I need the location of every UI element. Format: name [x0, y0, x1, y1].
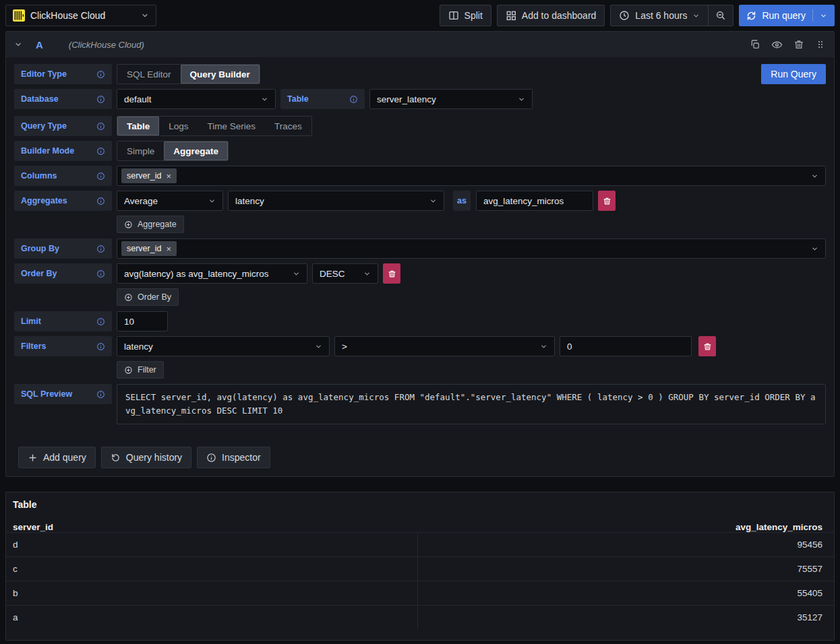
aggregate-column-select[interactable]: latency	[228, 191, 444, 211]
drag-handle-icon[interactable]	[815, 39, 826, 50]
column-header-avg-latency-micros[interactable]: avg_latency_micros	[418, 522, 835, 532]
zoom-out-time-button[interactable]	[709, 5, 733, 26]
query-type-time-series-option[interactable]: Time Series	[198, 117, 266, 135]
run-query-button[interactable]: Run query	[739, 5, 835, 26]
limit-label: Limit	[21, 317, 41, 326]
limit-input[interactable]: 10	[117, 311, 168, 331]
table-select[interactable]: server_latency	[369, 89, 533, 109]
simple-mode-option[interactable]: Simple	[117, 141, 164, 160]
filter-operator-select[interactable]: >	[334, 336, 555, 356]
query-type-traces-option[interactable]: Traces	[265, 117, 311, 135]
add-query-label: Add query	[43, 452, 86, 463]
info-icon[interactable]	[96, 245, 105, 253]
database-label: Database	[21, 94, 59, 104]
remove-order-by-button[interactable]	[383, 263, 400, 284]
search-minus-icon	[715, 10, 726, 21]
panel-run-query-button[interactable]: Run Query	[761, 64, 826, 84]
inspector-button[interactable]: Inspector	[197, 447, 270, 468]
query-ref-id[interactable]: A	[36, 39, 43, 51]
time-range-button[interactable]: Last 6 hours	[611, 5, 708, 26]
columns-label-box: Columns	[14, 166, 112, 186]
explore-toolbar: ClickHouse Cloud Split Add to dashboard …	[0, 0, 840, 31]
table-label-box: Table	[280, 89, 365, 109]
chevron-down-icon	[315, 343, 322, 350]
filter-value-input[interactable]: 0	[560, 336, 692, 356]
toggle-visibility-eye-icon[interactable]	[771, 39, 783, 51]
split-button[interactable]: Split	[440, 5, 491, 26]
columns-multiselect[interactable]: server_id ×	[117, 166, 826, 186]
order-by-direction-select[interactable]: DESC	[312, 263, 378, 284]
info-icon[interactable]	[96, 70, 105, 79]
info-icon[interactable]	[96, 317, 105, 326]
add-filter-row: Filter	[117, 361, 826, 379]
remove-chip-icon[interactable]: ×	[166, 172, 171, 181]
plus-circle-icon	[124, 293, 133, 302]
add-order-by-row: Order By	[117, 288, 826, 306]
order-by-field-select[interactable]: avg(latency) as avg_latency_micros	[117, 263, 307, 284]
query-history-button[interactable]: Query history	[101, 447, 191, 468]
query-type-table-option[interactable]: Table	[117, 117, 159, 135]
chevron-down-icon	[811, 245, 818, 253]
duplicate-query-icon[interactable]	[750, 39, 760, 50]
info-icon[interactable]	[96, 269, 105, 278]
builder-mode-toggle: Simple Aggregate	[117, 141, 229, 161]
results-table-panel: Table server_id avg_latency_micros d 954…	[5, 492, 835, 641]
add-aggregate-label: Aggregate	[138, 220, 177, 229]
aggregate-function-select[interactable]: Average	[117, 191, 223, 211]
database-select[interactable]: default	[117, 89, 276, 109]
aggregate-alias-input[interactable]: avg_latency_micros	[476, 191, 593, 211]
chevron-down-icon	[208, 197, 216, 205]
query-type-toggle: Table Logs Time Series Traces	[117, 116, 312, 136]
columns-chip-server-id: server_id ×	[121, 168, 177, 183]
add-filter-button[interactable]: Filter	[117, 361, 164, 379]
info-icon[interactable]	[96, 122, 105, 131]
builder-mode-label-box: Builder Mode	[14, 141, 112, 161]
plus-icon	[28, 453, 38, 463]
info-icon[interactable]	[96, 95, 105, 104]
collapse-chevron-icon[interactable]	[14, 40, 22, 49]
info-icon[interactable]	[96, 342, 105, 351]
filters-row: Filters latency > 0	[14, 336, 826, 356]
cell-server-id: d	[6, 533, 417, 556]
info-icon[interactable]	[96, 172, 105, 181]
query-editor-footer: Add query Query history Inspector	[14, 429, 826, 476]
query-builder-option[interactable]: Query Builder	[181, 65, 260, 84]
query-editor-panel: A (ClickHouse Cloud) Run Query Editor Ty…	[5, 31, 835, 477]
aggregate-mode-option[interactable]: Aggregate	[164, 141, 228, 160]
limit-value: 10	[124, 317, 134, 327]
columns-row: Columns server_id ×	[14, 166, 826, 186]
datasource-picker[interactable]: ClickHouse Cloud	[5, 5, 156, 26]
cell-avg-latency: 35127	[417, 606, 834, 629]
add-order-by-label: Order By	[138, 292, 171, 302]
remove-query-trash-icon[interactable]	[793, 39, 804, 50]
remove-filter-button[interactable]	[698, 336, 716, 356]
chevron-down-icon	[692, 12, 700, 20]
table-row: c 75557	[6, 556, 834, 581]
add-filter-label: Filter	[138, 365, 156, 375]
query-type-logs-option[interactable]: Logs	[159, 117, 198, 135]
editor-type-toggle: SQL Editor Query Builder	[117, 64, 260, 84]
add-query-button[interactable]: Add query	[18, 447, 96, 468]
query-row-actions	[750, 39, 826, 51]
remove-aggregate-button[interactable]	[598, 191, 616, 211]
add-aggregate-button[interactable]: Aggregate	[117, 216, 184, 233]
column-header-server-id[interactable]: server_id	[6, 522, 418, 532]
info-icon[interactable]	[96, 147, 105, 156]
remove-chip-icon[interactable]: ×	[166, 245, 171, 253]
table-row: b 55405	[6, 581, 834, 605]
trash-icon	[603, 197, 611, 205]
info-icon[interactable]	[349, 95, 358, 104]
group-by-label: Group By	[21, 244, 59, 253]
alias-as-label: as	[453, 191, 471, 211]
add-order-by-button[interactable]: Order By	[117, 288, 179, 306]
sql-editor-option[interactable]: SQL Editor	[117, 65, 181, 84]
chevron-down-icon[interactable]	[820, 12, 827, 20]
info-icon[interactable]	[96, 390, 105, 399]
group-by-row: Group By server_id ×	[14, 238, 826, 259]
info-icon[interactable]	[96, 197, 105, 205]
database-table-row: Database default Table server_latency	[14, 89, 826, 109]
group-by-multiselect[interactable]: server_id ×	[117, 238, 826, 259]
query-row-header[interactable]: A (ClickHouse Cloud)	[6, 32, 834, 57]
add-to-dashboard-button[interactable]: Add to dashboard	[497, 5, 605, 26]
filter-column-select[interactable]: latency	[117, 336, 330, 356]
